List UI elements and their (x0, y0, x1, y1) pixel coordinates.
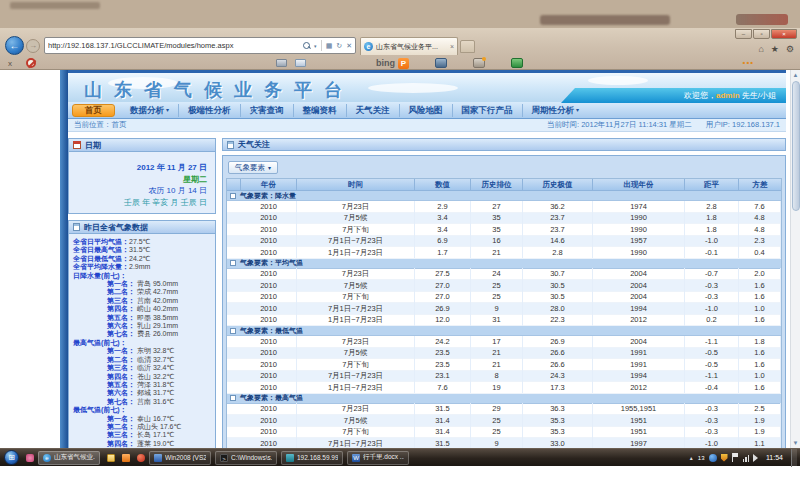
cell-6: -0.5 (685, 347, 739, 359)
tab-title[interactable]: 山东省气候业务平... (376, 42, 447, 52)
start-button[interactable]: ⊞ (4, 450, 19, 465)
new-tab-button[interactable] (460, 40, 475, 53)
table-row[interactable]: 20107月下旬23.52126.61991-0.51.6 (227, 359, 781, 371)
group-checkbox[interactable] (230, 260, 236, 266)
more-options-icon[interactable]: ••• (743, 58, 754, 67)
cell-7: 1.1 (739, 438, 781, 449)
nav-item-3[interactable]: 灾害查询 (241, 104, 294, 117)
table-row[interactable]: 20107月1日~7月23日6.91614.61957-1.02.3 (227, 236, 781, 248)
taskbar-window-button-1[interactable]: Win2008 (VS2... (149, 451, 211, 465)
cell-5: 2004 (593, 336, 685, 348)
table-row[interactable]: 20107月下旬27.02530.52004-0.31.6 (227, 292, 781, 304)
nav-item-1[interactable]: 数据分析▾ (121, 104, 179, 117)
group-checkbox[interactable] (230, 328, 236, 334)
maximize-button[interactable]: ▫ (753, 29, 770, 39)
table-row[interactable]: 20107月23日2.92736.219742.87.6 (227, 201, 781, 213)
scroll-up-icon[interactable]: ▲ (791, 70, 800, 80)
nav-item-7[interactable]: 国家下行产品 (453, 104, 523, 117)
table-row[interactable]: 20107月23日31.52936.31955,1951-0.32.5 (227, 404, 781, 416)
close-addon-bar-icon[interactable]: x (8, 59, 12, 68)
table-row[interactable]: 20101月1日~7月23日7.61917.32012-0.41.6 (227, 382, 781, 394)
taskbar: ⊞ e山东省气候业...Win2008 (VS2...>C:\Windows\s… (0, 448, 800, 466)
search-icon[interactable] (303, 42, 310, 49)
group-checkbox[interactable] (230, 193, 236, 199)
table-row[interactable]: 20107月5候3.43523.719901.84.8 (227, 213, 781, 225)
tools-gear-icon[interactable]: ⚙ (786, 44, 794, 54)
bing-toolbar[interactable]: bing P (376, 58, 409, 69)
favorites-star-icon[interactable]: ★ (771, 44, 779, 54)
blocked-icon[interactable] (26, 58, 36, 68)
compatibility-view-icon[interactable]: ▦ (326, 42, 333, 50)
url-text[interactable]: http://192.168.137.1/GLCCLIMATE/modules/… (48, 41, 303, 50)
nav-item-4[interactable]: 整编资料 (294, 104, 347, 117)
forward-button[interactable]: → (26, 39, 40, 53)
nav-item-6[interactable]: 风险地图 (400, 104, 453, 117)
table-row[interactable]: 20107月1日~7月23日31.5933.01997-1.01.1 (227, 438, 781, 448)
pinned-app-icon[interactable] (26, 454, 34, 462)
cell-3: 9 (471, 438, 523, 449)
taskbar-window-button-4[interactable]: W行千里.docx ... (347, 451, 409, 465)
media-player-icon[interactable] (137, 454, 145, 462)
camera-addon-icon[interactable] (435, 58, 447, 68)
back-button[interactable]: ← (5, 36, 24, 55)
chevron-down-icon[interactable]: ▾ (314, 43, 317, 49)
table-row[interactable]: 20107月5候27.02530.52004-0.31.6 (227, 280, 781, 292)
nav-item-0[interactable]: 首页 (72, 104, 115, 117)
scroll-down-icon[interactable]: ▼ (791, 438, 800, 448)
ime-icon[interactable] (709, 454, 717, 462)
nav-item-8[interactable]: 周期性分析▾ (523, 104, 589, 117)
network-icon[interactable] (743, 454, 750, 462)
table-row[interactable]: 20101月1日~7月23日1.7212.81990-0.10.4 (227, 247, 781, 259)
taskbar-window-button-0[interactable]: e山东省气候业... (38, 451, 100, 465)
table-row[interactable]: 20107月5候31.42535.31951-0.31.9 (227, 415, 781, 427)
rank-label: 第三名： (107, 297, 135, 304)
cell-1: 7月5候 (297, 212, 415, 224)
table-row[interactable]: 20107月1日~7月23日26.9928.01994-1.01.0 (227, 303, 781, 315)
taskbar-window-button-3[interactable]: 192.168.59.99... (281, 451, 343, 465)
share-addon-icon[interactable] (511, 58, 523, 68)
volume-icon[interactable] (753, 454, 758, 462)
address-bar[interactable]: http://192.168.137.1/GLCCLIMATE/modules/… (44, 37, 356, 54)
close-button[interactable]: × (771, 29, 797, 39)
rank-value: 费县 26.0mm (135, 330, 178, 337)
card-addon-icon[interactable] (276, 59, 287, 67)
show-desktop-button[interactable] (791, 449, 797, 467)
person-addon-icon[interactable] (473, 58, 485, 68)
table-row[interactable]: 20107月23日27.52430.72004-0.72.0 (227, 269, 781, 281)
table-row[interactable]: 20107月23日24.21726.92004-1.11.8 (227, 336, 781, 348)
rank-section-heading: 最低气温(前七)： (73, 406, 213, 414)
scrollbar-thumb[interactable] (792, 81, 800, 211)
home-icon[interactable]: ⌂ (758, 44, 763, 54)
group-checkbox[interactable] (230, 395, 236, 401)
cell-4: 14.6 (523, 235, 593, 247)
bing-logo[interactable]: bing (376, 58, 395, 68)
nav-item-5[interactable]: 天气关注 (347, 104, 400, 117)
vertical-scrollbar[interactable]: ▲ ▼ (790, 70, 800, 448)
action-center-flag-icon[interactable] (732, 453, 739, 462)
stop-icon[interactable]: ✕ (346, 42, 352, 50)
orange-app-icon[interactable] (122, 454, 130, 462)
cell-5: 2012 (593, 382, 685, 394)
table-row[interactable]: 20101月1日~7月23日12.03122.320120.21.6 (227, 315, 781, 327)
explorer-folder-icon[interactable] (107, 454, 115, 462)
refresh-icon[interactable]: ↻ (336, 42, 342, 50)
stat-value: 31.5℃ (129, 246, 151, 253)
tab-close-icon[interactable]: × (450, 43, 454, 50)
header-cell-4: 历史极值 (523, 179, 593, 191)
hidden-icons-chevron[interactable]: ▲ (689, 455, 694, 461)
taskbar-clock[interactable]: 11:54 (762, 454, 787, 461)
nav-item-2[interactable]: 极端性分析 (179, 104, 241, 117)
mail-addon-icon[interactable] (295, 59, 306, 67)
shield-icon[interactable] (721, 454, 728, 462)
table-row[interactable]: 20107月下旬31.42535.31951-0.31.9 (227, 427, 781, 439)
minimize-button[interactable]: – (735, 29, 752, 39)
browser-tab[interactable]: e 山东省气候业务平... × (360, 37, 458, 55)
table-row[interactable]: 20107月5候23.52126.61991-0.51.6 (227, 348, 781, 360)
bing-badge-icon[interactable]: P (398, 58, 409, 69)
taskbar-window-button-2[interactable]: >C:\Windows\s... (215, 451, 277, 465)
cell-4: 30.7 (523, 268, 593, 280)
addon-mid-icons (276, 59, 306, 67)
element-selector-button[interactable]: 气象要素 ▾ (228, 161, 278, 174)
table-row[interactable]: 20107月1日~7月23日23.1824.31994-1.11.0 (227, 371, 781, 383)
table-row[interactable]: 20107月下旬3.43523.719901.84.8 (227, 224, 781, 236)
